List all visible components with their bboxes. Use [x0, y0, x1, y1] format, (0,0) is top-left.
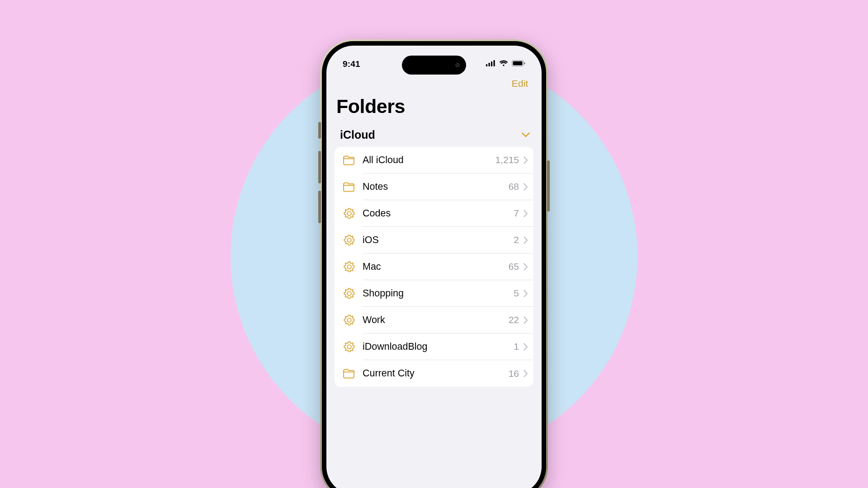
folder-row[interactable]: Notes 68 [335, 174, 533, 200]
folder-count: 5 [514, 288, 519, 299]
folder-count: 7 [514, 208, 519, 219]
gear-icon [342, 234, 356, 246]
folder-count: 65 [509, 261, 519, 272]
folder-label: Notes [363, 181, 388, 192]
nav-bar: Edit [326, 75, 542, 94]
phone-volume-down [318, 191, 321, 223]
folder-row[interactable]: Codes 7 [335, 200, 533, 227]
gear-icon [342, 341, 356, 353]
edit-button[interactable]: Edit [512, 78, 528, 89]
folder-icon [342, 182, 356, 192]
folder-row[interactable]: Mac 65 [335, 253, 533, 280]
svg-point-13 [347, 318, 351, 322]
folder-label: iOS [363, 235, 379, 246]
svg-point-12 [347, 291, 351, 296]
phone-mute-switch [318, 122, 321, 139]
folder-label: All iCloud [363, 155, 404, 166]
phone-volume-up [318, 151, 321, 183]
section-title: iCloud [340, 128, 375, 141]
folder-label: Current City [363, 368, 415, 379]
chevron-down-icon [522, 132, 530, 137]
chevron-right-icon [524, 156, 528, 164]
folder-count: 16 [509, 368, 519, 379]
section-header-icloud[interactable]: iCloud [326, 126, 542, 147]
chevron-right-icon [524, 290, 528, 297]
folder-row[interactable]: All iCloud 1,215 [335, 147, 533, 174]
folder-count: 68 [509, 181, 519, 192]
gear-icon [342, 314, 356, 326]
folder-label: Work [363, 314, 385, 326]
folder-icon [342, 155, 356, 165]
chevron-right-icon [524, 236, 528, 244]
folder-row[interactable]: iOS 2 [335, 227, 533, 253]
phone-frame: 9:41 [320, 39, 548, 488]
folder-row[interactable]: Shopping 5 [335, 280, 533, 307]
svg-rect-6 [524, 62, 525, 65]
folder-label: Codes [363, 208, 391, 219]
page-title: Folders [326, 94, 542, 126]
chevron-right-icon [524, 370, 528, 377]
svg-rect-5 [513, 61, 523, 66]
chevron-right-icon [524, 263, 528, 271]
cellular-icon [486, 60, 495, 68]
wifi-icon [499, 60, 508, 68]
folder-label: Mac [363, 261, 381, 272]
svg-rect-1 [489, 63, 490, 66]
chevron-right-icon [524, 343, 528, 351]
chevron-right-icon [524, 210, 528, 217]
phone-screen: 9:41 [326, 46, 542, 488]
svg-rect-3 [494, 60, 495, 66]
folder-list: All iCloud 1,215 Notes 68 Codes [335, 147, 533, 387]
folder-label: iDownloadBlog [363, 341, 427, 352]
chevron-right-icon [524, 183, 528, 191]
dynamic-island [402, 56, 466, 75]
folder-count: 1,215 [495, 155, 519, 165]
gear-icon [342, 207, 356, 220]
svg-point-14 [347, 345, 351, 349]
svg-point-11 [347, 265, 351, 269]
svg-point-10 [347, 238, 351, 242]
gear-icon [342, 261, 356, 273]
svg-point-9 [347, 211, 351, 216]
folder-row[interactable]: Current City 16 [335, 360, 533, 387]
folder-row[interactable]: iDownloadBlog 1 [335, 333, 533, 360]
svg-rect-0 [486, 64, 487, 66]
folder-count: 2 [514, 235, 519, 245]
folder-label: Shopping [363, 288, 404, 299]
chevron-right-icon [524, 316, 528, 324]
battery-icon [512, 60, 525, 68]
svg-rect-2 [491, 61, 492, 66]
folder-count: 22 [509, 314, 519, 325]
folder-count: 1 [514, 341, 519, 352]
folder-row[interactable]: Work 22 [335, 307, 533, 333]
gear-icon [342, 287, 356, 300]
folder-icon [342, 369, 356, 379]
phone-power-button [547, 160, 550, 211]
status-time: 9:41 [343, 59, 360, 69]
